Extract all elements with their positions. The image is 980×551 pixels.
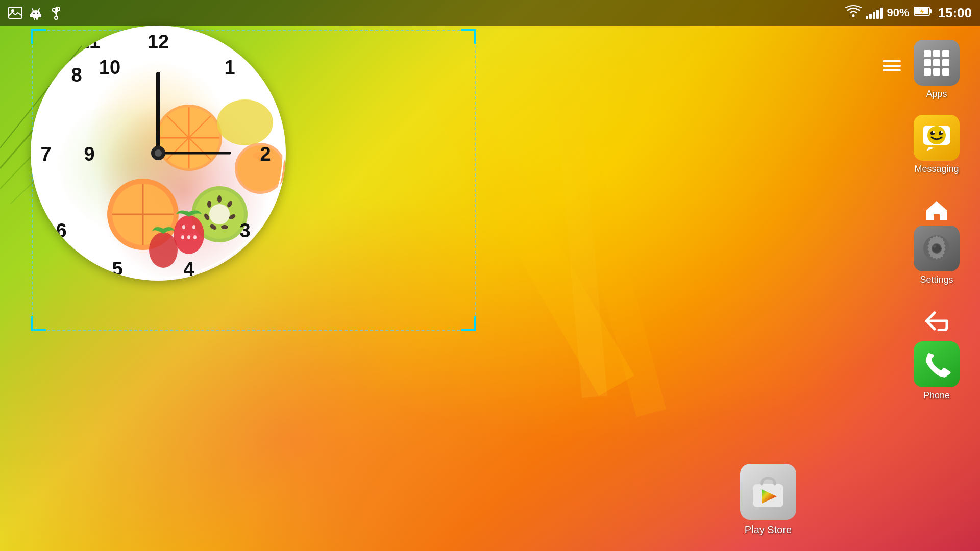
- svg-point-9: [37, 13, 38, 14]
- image-icon: [8, 6, 22, 20]
- svg-rect-75: [933, 50, 940, 57]
- clock-face: 12 1 2 3 4 5 6 7 8 9 10 11: [31, 26, 286, 281]
- svg-rect-12: [30, 14, 32, 17]
- corner-bl: [31, 316, 46, 331]
- svg-rect-80: [924, 68, 931, 76]
- apps-label: Apps: [926, 89, 947, 99]
- svg-rect-79: [942, 59, 949, 66]
- svg-text:4: 4: [183, 258, 194, 280]
- svg-point-22: [852, 15, 855, 17]
- battery-percent: 90%: [887, 6, 909, 19]
- home-button[interactable]: [924, 197, 949, 223]
- svg-text:11: 11: [79, 31, 100, 53]
- svg-rect-14: [34, 17, 35, 20]
- svg-rect-81: [933, 68, 940, 76]
- svg-rect-13: [40, 14, 41, 17]
- svg-rect-20: [57, 8, 60, 10]
- svg-point-73: [155, 149, 162, 157]
- settings-icon: [914, 226, 960, 271]
- svg-point-5: [11, 9, 14, 12]
- svg-text:3: 3: [239, 220, 250, 241]
- sidebar-item-phone[interactable]: Phone: [914, 341, 960, 401]
- svg-rect-76: [942, 50, 949, 57]
- status-right-icons: 90% 15:00: [845, 5, 972, 21]
- hamburger-button[interactable]: [883, 60, 901, 71]
- battery-icon: [914, 6, 932, 20]
- svg-text:10: 10: [99, 57, 120, 78]
- usb-icon: [49, 6, 63, 20]
- clock-svg: 12 1 2 3 4 5 6 7 8 9 10 11: [31, 26, 286, 281]
- svg-rect-78: [933, 59, 940, 66]
- svg-rect-7: [31, 13, 40, 17]
- svg-rect-4: [9, 7, 22, 18]
- svg-line-11: [38, 9, 39, 11]
- status-left-icons: [8, 6, 63, 20]
- svg-rect-82: [942, 68, 949, 76]
- dock-item-play-store[interactable]: Play Store: [740, 464, 796, 536]
- time-display: 15:00: [938, 5, 972, 21]
- svg-text:5: 5: [112, 258, 122, 280]
- svg-text:6: 6: [56, 220, 66, 241]
- corner-br: [461, 316, 476, 331]
- settings-label: Settings: [920, 274, 953, 285]
- svg-rect-24: [929, 9, 932, 13]
- sidebar-item-messaging[interactable]: Messaging: [914, 115, 960, 174]
- svg-text:8: 8: [71, 64, 82, 86]
- play-store-label: Play Store: [745, 524, 792, 536]
- messaging-label: Messaging: [914, 164, 959, 174]
- svg-text:1: 1: [224, 57, 235, 78]
- svg-rect-74: [924, 50, 931, 57]
- bottom-dock: Play Store: [32, 439, 888, 551]
- sidebar: Apps Messaging: [893, 30, 980, 551]
- svg-point-88: [941, 131, 943, 133]
- svg-point-84: [927, 126, 946, 144]
- corner-tr: [461, 29, 476, 44]
- sidebar-item-apps[interactable]: Apps: [914, 40, 960, 99]
- play-store-icon: [740, 464, 796, 520]
- svg-line-10: [32, 9, 33, 11]
- svg-text:7: 7: [40, 143, 51, 165]
- svg-text:12: 12: [148, 31, 169, 53]
- phone-label: Phone: [923, 390, 950, 401]
- svg-point-93: [933, 245, 936, 248]
- back-button[interactable]: [924, 308, 949, 334]
- messaging-icon: [914, 115, 960, 161]
- wifi-icon: [845, 5, 862, 20]
- svg-text:9: 9: [84, 143, 94, 165]
- svg-point-21: [55, 16, 58, 19]
- svg-point-87: [933, 131, 935, 133]
- apps-icon: [914, 40, 960, 86]
- status-bar: 90% 15:00: [0, 0, 980, 26]
- android-icon: [29, 6, 43, 20]
- svg-text:2: 2: [260, 143, 271, 165]
- sidebar-item-settings[interactable]: Settings: [914, 226, 960, 285]
- svg-rect-15: [36, 17, 38, 20]
- svg-point-8: [33, 13, 35, 14]
- svg-rect-77: [924, 59, 931, 66]
- phone-icon: [914, 341, 960, 387]
- signal-bars: [866, 7, 883, 19]
- svg-rect-19: [53, 9, 56, 11]
